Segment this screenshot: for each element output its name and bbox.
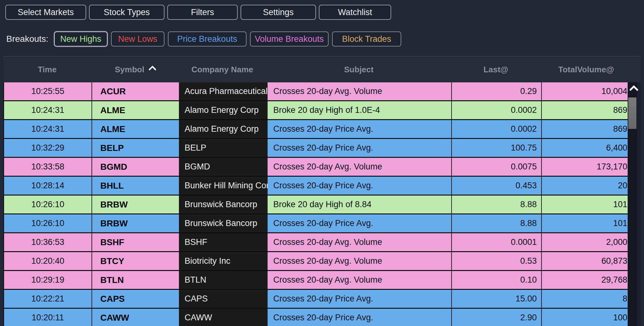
column-header-label: Subject	[344, 65, 374, 75]
column-header-totalvolume[interactable]: TotalVolume@	[541, 65, 631, 75]
cell-symbol: BRBW	[92, 196, 179, 213]
toolbar-button-settings[interactable]: Settings	[241, 5, 316, 20]
table-row[interactable]: 10:22:21CAPSCAPSCrosses 20-day Price Avg…	[3, 290, 631, 309]
cell-last: 0.0002	[452, 101, 542, 119]
cell-last: 2.90	[452, 309, 542, 326]
cell-symbol: BTLN	[92, 271, 179, 289]
table-row[interactable]: 10:28:14BHLLBunker Hill Mining CorpCross…	[3, 177, 631, 196]
cell-total-volume: 100	[542, 309, 632, 326]
cell-time: 10:33:58	[4, 158, 92, 176]
table-row[interactable]: 10:26:10BRBWBrunswick BancorpCrosses 20-…	[3, 214, 631, 233]
column-header-last[interactable]: Last@	[451, 65, 541, 75]
table-row[interactable]: 10:20:40BTCYBiotricity IncCrosses 20-day…	[3, 252, 631, 271]
cell-time: 10:26:10	[4, 196, 92, 213]
cell-time: 10:20:40	[4, 252, 92, 270]
cell-time: 10:20:11	[4, 309, 92, 326]
toolbar-button-select-markets[interactable]: Select Markets	[5, 5, 86, 20]
cell-last: 0.0075	[452, 158, 542, 176]
cell-last: 0.0001	[452, 233, 542, 251]
cell-last: 0.0002	[452, 120, 542, 138]
cell-subject: Crosses 20-day Avg. Volume	[268, 158, 452, 176]
cell-company: BELP	[179, 139, 268, 157]
scrollbar-thumb[interactable]	[628, 97, 636, 129]
app-root: Select MarketsStock TypesFiltersSettings…	[0, 0, 644, 326]
table-row[interactable]: 10:36:53BSHFBSHFCrosses 20-day Avg. Volu…	[3, 233, 631, 252]
cell-symbol: ALME	[92, 101, 179, 119]
cell-subject: Broke 20 day High of 8.84	[268, 196, 452, 213]
cell-total-volume: 60,873	[542, 252, 632, 270]
table-row[interactable]: 10:26:10BRBWBrunswick BancorpBroke 20 da…	[3, 196, 631, 214]
cell-symbol: BGMD	[92, 158, 179, 176]
cell-company: Acura Pharmaceuticals	[179, 82, 268, 100]
cell-company: Alamo Energy Corp	[179, 120, 268, 138]
cell-time: 10:28:14	[4, 177, 92, 195]
cell-company: BSHF	[179, 233, 268, 251]
toolbar-button-watchlist[interactable]: Watchlist	[319, 5, 391, 20]
column-header-label: Last@	[484, 65, 508, 75]
cell-last: 0.53	[452, 252, 542, 270]
table-row[interactable]: 10:20:11CAWWCAWWCrosses 20-day Price Avg…	[3, 309, 631, 326]
cell-subject: Broke 20 day High of 1.0E-4	[268, 101, 452, 119]
cell-time: 10:24:31	[4, 120, 92, 138]
cell-total-volume: 869	[542, 120, 632, 138]
column-header-label: TotalVolume@	[558, 65, 614, 75]
cell-total-volume: 2,000	[542, 233, 632, 251]
breakouts-table: TimeSymbolCompany NameSubjectLast@TotalV…	[3, 56, 641, 326]
breakout-button-new-lows[interactable]: New Lows	[111, 31, 164, 47]
cell-total-volume: 29,768	[542, 271, 632, 289]
cell-company: CAPS	[179, 290, 268, 308]
cell-subject: Crosses 20-day Price Avg.	[268, 139, 452, 157]
cell-subject: Crosses 20-day Avg. Volume	[268, 271, 452, 289]
cell-time: 10:25:55	[4, 82, 92, 100]
cell-last: 0.453	[452, 177, 542, 195]
table-row[interactable]: 10:29:19BTLNBTLNCrosses 20-day Avg. Volu…	[3, 271, 631, 290]
breakout-button-block-trades[interactable]: Block Trades	[332, 31, 401, 47]
cell-subject: Crosses 20-day Price Avg.	[268, 214, 452, 232]
table-row[interactable]: 10:33:58BGMDBGMDCrosses 20-day Avg. Volu…	[3, 158, 631, 177]
cell-subject: Crosses 20-day Price Avg.	[268, 290, 452, 308]
cell-symbol: BELP	[92, 139, 179, 157]
cell-time: 10:24:31	[4, 101, 92, 119]
cell-time: 10:29:19	[4, 271, 92, 289]
chevron-up-icon	[629, 85, 638, 94]
scroll-up-button[interactable]	[628, 82, 637, 97]
breakouts-bar: Breakouts: New HighsNew LowsPrice Breako…	[6, 31, 401, 47]
cell-company: Brunswick Bancorp	[179, 214, 268, 232]
toolbar-button-stock-types[interactable]: Stock Types	[89, 5, 164, 20]
cell-last: 8.88	[452, 196, 542, 213]
breakout-button-price-breakouts[interactable]: Price Breakouts	[168, 31, 247, 47]
breakout-button-new-highs[interactable]: New Highs	[54, 31, 108, 47]
cell-time: 10:26:10	[4, 214, 92, 232]
table-row[interactable]: 10:24:31ALMEAlamo Energy CorpCrosses 20-…	[3, 120, 631, 139]
cell-symbol: CAWW	[92, 309, 179, 326]
cell-total-volume: 8	[542, 290, 632, 308]
table-scrollbar[interactable]	[628, 82, 637, 326]
table-row[interactable]: 10:32:29BELPBELPCrosses 20-day Price Avg…	[3, 139, 631, 158]
cell-last: 0.10	[452, 271, 542, 289]
column-header-company-name[interactable]: Company Name	[178, 65, 267, 75]
cell-company: BTLN	[179, 271, 268, 289]
cell-total-volume: 10,004	[542, 82, 632, 100]
cell-company: Brunswick Bancorp	[179, 196, 268, 213]
cell-last: 8.88	[452, 214, 542, 232]
toolbar-button-filters[interactable]: Filters	[167, 5, 238, 20]
column-header-subject[interactable]: Subject	[267, 65, 451, 75]
table-row[interactable]: 10:24:31ALMEAlamo Energy CorpBroke 20 da…	[3, 101, 631, 120]
cell-subject: Crosses 20-day Price Avg.	[268, 177, 452, 195]
cell-total-volume: 6,400	[542, 139, 632, 157]
table-body: 10:25:55ACURAcura PharmaceuticalsCrosses…	[3, 82, 631, 326]
cell-symbol: BHLL	[92, 177, 179, 195]
table-row[interactable]: 10:25:55ACURAcura PharmaceuticalsCrosses…	[3, 82, 631, 101]
cell-symbol: BRBW	[92, 214, 179, 232]
cell-company: Alamo Energy Corp	[179, 101, 268, 119]
column-header-time[interactable]: Time	[3, 65, 91, 75]
breakout-button-volume-breakouts[interactable]: Volume Breakouts	[250, 31, 329, 47]
column-header-symbol[interactable]: Symbol	[91, 65, 178, 75]
cell-last: 100.75	[452, 139, 542, 157]
cell-subject: Crosses 20-day Avg. Volume	[268, 252, 452, 270]
cell-subject: Crosses 20-day Price Avg.	[268, 120, 452, 138]
cell-symbol: ALME	[92, 120, 179, 138]
main-toolbar: Select MarketsStock TypesFiltersSettings…	[5, 5, 391, 20]
breakout-buttons: New HighsNew LowsPrice BreakoutsVolume B…	[54, 31, 401, 47]
cell-total-volume: 173,170	[542, 158, 632, 176]
